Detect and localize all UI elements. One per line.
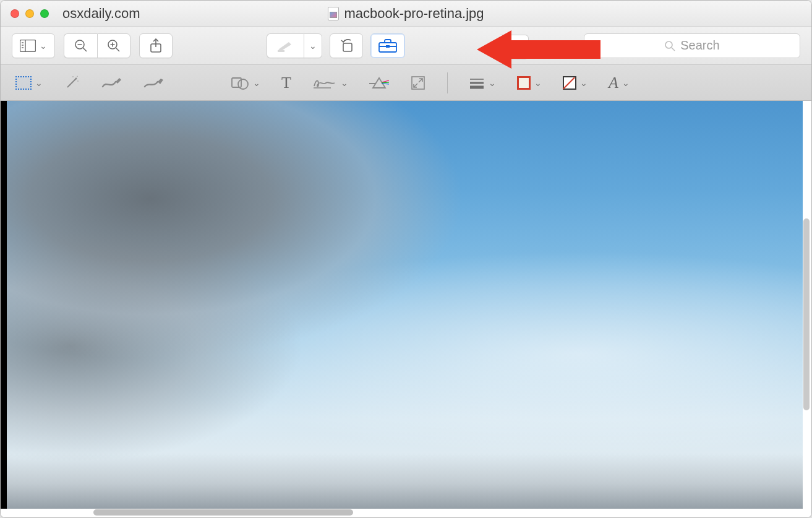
rotate-left-icon — [338, 38, 354, 53]
share-icon — [150, 38, 162, 53]
chevron-down-icon: ⌄ — [534, 78, 542, 88]
svg-line-34 — [414, 84, 417, 87]
resize-icon — [410, 75, 426, 91]
chevron-down-icon: ⌄ — [489, 78, 496, 88]
sketch-button[interactable] — [101, 72, 122, 93]
preview-window: osxdaily.com macbook-pro-retina.jpg ⌄ — [0, 0, 812, 518]
hidden-toolbar-button[interactable] — [500, 35, 529, 59]
horizontal-scrollbar[interactable] — [93, 509, 353, 516]
file-name: macbook-pro-retina.jpg — [344, 6, 484, 22]
svg-point-22 — [75, 77, 77, 79]
chevron-down-icon: ⌄ — [309, 41, 317, 51]
svg-rect-18 — [386, 45, 390, 48]
svg-rect-26 — [232, 78, 241, 87]
rectangular-selection-icon — [15, 76, 32, 90]
signature-button[interactable]: ⌄ — [312, 72, 348, 93]
sketch-icon — [101, 76, 122, 90]
svg-rect-15 — [343, 43, 352, 51]
markup-toolbar: ⌄ ⌄ T ⌄ ⌄ — [1, 65, 811, 101]
zoom-out-icon — [74, 38, 88, 53]
markup-toolbar-button[interactable] — [370, 33, 405, 58]
signature-icon — [312, 76, 337, 90]
svg-line-6 — [83, 48, 87, 51]
draw-icon — [143, 76, 164, 90]
titlebar: osxdaily.com macbook-pro-retina.jpg — [1, 1, 811, 27]
text-style-button[interactable]: A ⌄ — [609, 72, 630, 93]
search-placeholder: Search — [680, 38, 719, 53]
prism-icon — [369, 76, 389, 90]
svg-line-9 — [116, 48, 119, 51]
zoom-in-icon — [106, 38, 121, 53]
border-color-button[interactable]: ⌄ — [517, 72, 542, 93]
text-style-icon: A — [609, 74, 618, 92]
wand-icon — [64, 75, 80, 91]
sidebar-icon — [20, 40, 36, 52]
rotate-button[interactable] — [330, 33, 363, 58]
search-field[interactable]: Search — [584, 33, 800, 58]
selection-tool-button[interactable]: ⌄ — [15, 72, 43, 93]
chevron-down-icon: ⌄ — [622, 78, 630, 88]
chevron-down-icon: ⌄ — [35, 78, 43, 88]
image-canvas — [1, 101, 803, 509]
magnifier-icon — [664, 40, 675, 51]
zoom-window-button[interactable] — [40, 9, 49, 18]
adjust-color-button[interactable] — [369, 72, 389, 93]
minimize-window-button[interactable] — [25, 9, 34, 18]
svg-rect-14 — [278, 50, 284, 52]
line-style-button[interactable]: ⌄ — [469, 72, 496, 93]
chevron-down-icon: ⌄ — [341, 78, 348, 88]
fill-color-swatch — [563, 76, 576, 90]
highlight-icon — [276, 40, 294, 52]
window-controls — [11, 9, 49, 18]
shapes-button[interactable]: ⌄ — [231, 72, 260, 93]
zoom-in-button[interactable] — [97, 33, 130, 58]
svg-point-23 — [72, 76, 74, 77]
svg-point-27 — [238, 79, 248, 89]
file-icon — [328, 7, 339, 20]
source-label: osxdaily.com — [62, 6, 140, 22]
highlight-group: ⌄ — [267, 33, 322, 58]
close-window-button[interactable] — [11, 9, 19, 18]
image-viewport[interactable] — [1, 101, 811, 517]
share-button[interactable] — [139, 33, 173, 58]
sidebar-toggle-button[interactable]: ⌄ — [12, 33, 55, 58]
svg-point-24 — [77, 80, 79, 82]
fill-color-button[interactable]: ⌄ — [563, 72, 588, 93]
toolbox-icon — [378, 39, 397, 53]
chevron-down-icon: ⌄ — [580, 78, 588, 88]
svg-line-20 — [672, 48, 675, 51]
zoom-out-button[interactable] — [64, 33, 97, 58]
vertical-scrollbar[interactable] — [803, 218, 810, 410]
primary-toolbar: ⌄ ⌄ — [1, 27, 811, 65]
svg-line-21 — [67, 79, 76, 87]
shapes-icon — [231, 76, 249, 90]
chevron-down-icon: ⌄ — [40, 41, 47, 51]
svg-rect-0 — [20, 40, 36, 51]
highlight-button[interactable] — [267, 33, 304, 58]
text-icon: T — [281, 74, 291, 92]
draw-button[interactable] — [143, 72, 164, 93]
highlight-menu-button[interactable]: ⌄ — [304, 33, 322, 58]
instant-alpha-button[interactable] — [64, 72, 80, 93]
border-color-swatch — [517, 76, 531, 90]
zoom-group — [64, 33, 130, 58]
adjust-size-button[interactable] — [410, 72, 426, 93]
svg-line-35 — [419, 79, 422, 82]
text-tool-button[interactable]: T — [281, 72, 291, 93]
line-weight-icon — [469, 77, 485, 89]
chevron-down-icon: ⌄ — [253, 78, 260, 88]
toolbar-separator — [447, 72, 448, 93]
svg-point-19 — [665, 41, 672, 48]
svg-point-25 — [77, 76, 78, 77]
